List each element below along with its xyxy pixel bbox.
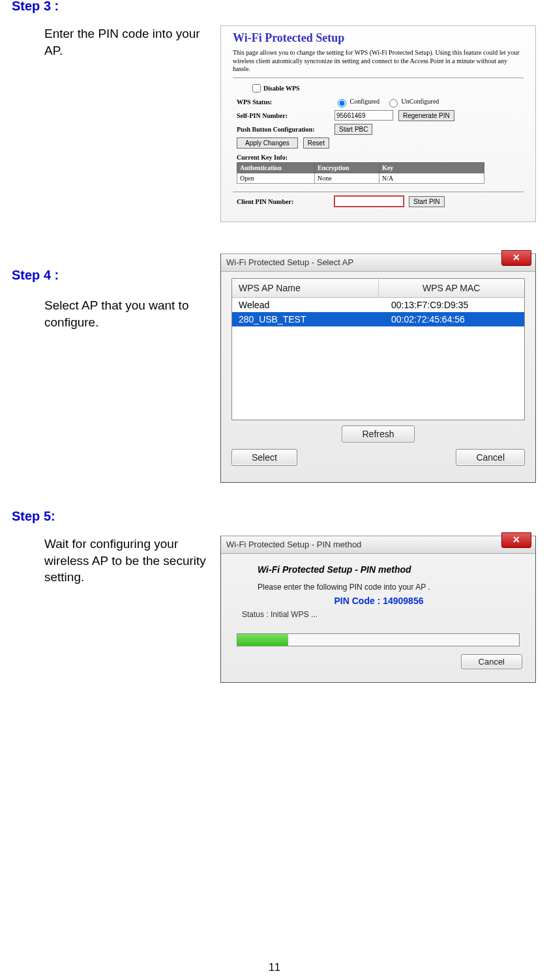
client-pin-input[interactable] bbox=[334, 196, 404, 207]
pin-method-heading: Wi-Fi Protected Setup - PIN method bbox=[258, 564, 520, 575]
progress-fill bbox=[237, 634, 288, 646]
col-ap-mac: WPS AP MAC bbox=[379, 279, 525, 297]
selfpin-input[interactable] bbox=[334, 110, 393, 121]
step3-heading: Step 3 : bbox=[12, 0, 537, 14]
cancel-button[interactable]: Cancel bbox=[456, 449, 525, 466]
ap-name: 280_USB_TEST bbox=[232, 312, 372, 326]
pin-code: PIN Code : 14909856 bbox=[238, 596, 520, 606]
step5-text: Wait for configuring your wireless AP to… bbox=[12, 536, 220, 586]
wps-title: Wi-Fi Protected Setup bbox=[233, 31, 524, 45]
pbc-label: Push Button Configuration: bbox=[237, 126, 334, 133]
close-icon[interactable]: ✕ bbox=[501, 250, 531, 266]
screenshot-wps-admin: Wi-Fi Protected Setup This page allows y… bbox=[220, 25, 536, 222]
status-text: Status : Initial WPS ... bbox=[242, 610, 520, 619]
ap-mac: 00:13:F7:C9:D9:35 bbox=[372, 298, 524, 312]
reset-button[interactable]: Reset bbox=[303, 137, 329, 149]
divider bbox=[233, 192, 524, 192]
screenshot-pin-method: Wi-Fi Protected Setup - PIN method ✕ Wi-… bbox=[220, 536, 536, 683]
step4-heading: Step 4 : bbox=[12, 268, 220, 283]
refresh-button[interactable]: Refresh bbox=[342, 425, 414, 442]
dialog-title: Wi-Fi Protected Setup - PIN method bbox=[226, 540, 361, 549]
list-header: WPS AP Name WPS AP MAC bbox=[232, 279, 524, 298]
wps-status-label: WPS Status: bbox=[237, 98, 334, 106]
selfpin-label: Self-PIN Number: bbox=[237, 112, 334, 119]
th-key: Key bbox=[379, 162, 484, 173]
select-button[interactable]: Select bbox=[231, 449, 297, 466]
screenshot-select-ap: Wi-Fi Protected Setup - Select AP ✕ WPS … bbox=[220, 255, 536, 483]
th-enc: Encryption bbox=[315, 162, 379, 173]
step3-text: Enter the PIN code into your AP. bbox=[12, 25, 220, 59]
col-ap-name: WPS AP Name bbox=[232, 279, 379, 297]
dialog-titlebar: Wi-Fi Protected Setup - PIN method ✕ bbox=[221, 536, 535, 554]
ap-mac: 00:02:72:45:64:56 bbox=[372, 312, 524, 326]
dialog-titlebar: Wi-Fi Protected Setup - Select AP ✕ bbox=[221, 253, 535, 272]
td-enc: None bbox=[315, 173, 379, 183]
th-auth: Authentication bbox=[237, 162, 315, 173]
td-key: N/A bbox=[379, 173, 484, 183]
start-pbc-button[interactable]: Start PBC bbox=[334, 124, 372, 135]
td-auth: Open bbox=[237, 173, 315, 183]
list-item[interactable]: 280_USB_TEST00:02:72:45:64:56 bbox=[232, 312, 524, 326]
status-configured[interactable]: Configured bbox=[334, 97, 379, 108]
list-item[interactable]: Welead00:13:F7:C9:D9:35 bbox=[232, 298, 524, 312]
key-info-table: Authentication Encryption Key Open None … bbox=[237, 162, 484, 184]
close-icon[interactable]: ✕ bbox=[501, 532, 531, 548]
regenerate-pin-button[interactable]: Regenerate PIN bbox=[398, 110, 454, 121]
current-key-info-label: Current Key Info: bbox=[237, 154, 334, 161]
wps-desc: This page allows you to change the setti… bbox=[233, 49, 524, 74]
ap-listbox[interactable]: WPS AP Name WPS AP MAC Welead00:13:F7:C9… bbox=[231, 278, 525, 420]
cancel-button[interactable]: Cancel bbox=[461, 654, 522, 669]
document-page: Step 3 : Enter the PIN code into your AP… bbox=[0, 0, 549, 979]
page-number: 11 bbox=[0, 962, 549, 973]
ap-name: Welead bbox=[232, 298, 372, 312]
disable-wps-checkbox[interactable] bbox=[252, 84, 261, 93]
progress-bar bbox=[237, 633, 520, 646]
start-pin-button[interactable]: Start PIN bbox=[409, 196, 445, 207]
dialog-title: Wi-Fi Protected Setup - Select AP bbox=[226, 257, 353, 267]
divider bbox=[233, 78, 524, 78]
status-unconfigured[interactable]: UnConfigured bbox=[386, 97, 439, 108]
apply-changes-button[interactable]: Apply Changes bbox=[237, 137, 298, 149]
disable-wps-label: Disable WPS bbox=[263, 85, 300, 92]
client-pin-label: Client PIN Number: bbox=[237, 198, 334, 205]
step5-heading: Step 5: bbox=[12, 509, 537, 524]
pin-prompt: Please enter the following PIN code into… bbox=[258, 583, 520, 592]
step4-text: Select AP that you want to configure. bbox=[12, 297, 220, 330]
